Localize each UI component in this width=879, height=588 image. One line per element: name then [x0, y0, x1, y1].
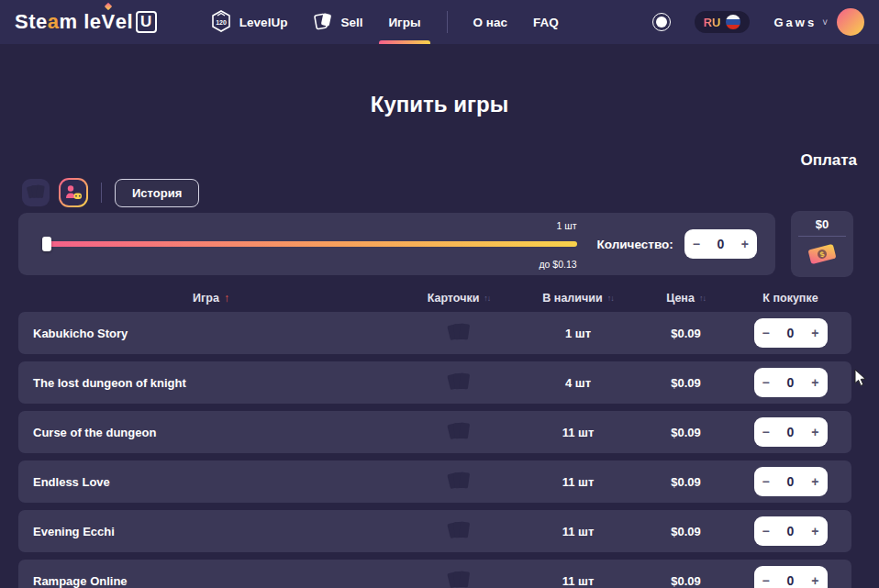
sell-cards-icon — [313, 10, 333, 35]
quantity-value: 0 — [717, 237, 724, 251]
decrease-button[interactable]: − — [762, 426, 770, 438]
table-row: Endless Love 11 шт $0.09 − 0 + — [18, 460, 851, 503]
increase-button[interactable]: + — [741, 238, 749, 250]
column-label: Цена — [666, 292, 695, 305]
column-header-available[interactable]: В наличии ↑↓ — [514, 292, 642, 305]
nav-item-games[interactable]: Игры — [388, 0, 420, 44]
nav-item-about[interactable]: О нас — [473, 0, 507, 44]
price: $0.09 — [642, 525, 729, 538]
levelup-badge-icon: 120 — [210, 9, 232, 36]
language-code: RU — [704, 16, 721, 29]
nav-item-levelup[interactable]: 120 LevelUp — [210, 0, 288, 44]
available-count: 4 шт — [514, 376, 642, 390]
cards-icon — [445, 421, 473, 443]
quantity-value: 0 — [787, 425, 795, 439]
avatar[interactable] — [837, 8, 864, 36]
svg-text:120: 120 — [216, 18, 227, 25]
row-quantity-stepper: − 0 + — [754, 368, 828, 397]
column-header-game[interactable]: Игра ↑ — [18, 292, 404, 305]
slider-max-price: до $0.13 — [539, 259, 576, 270]
available-count: 11 шт — [514, 574, 642, 588]
page-title: Купить игры — [0, 92, 879, 117]
column-header-cards[interactable]: Карточки ↑↓ — [404, 292, 514, 305]
increase-button[interactable]: + — [811, 525, 818, 538]
game-name: Kabukicho Story — [18, 327, 404, 340]
nav-item-sell[interactable]: Sell — [313, 0, 362, 44]
column-label: В наличии — [542, 292, 602, 305]
table-row: Evening Ecchi 11 шт $0.09 − 0 + — [18, 510, 851, 552]
sort-icon: ↑↓ — [484, 294, 490, 303]
quantity-label: Количество: — [597, 238, 673, 251]
view-tabs: История — [22, 178, 199, 207]
nav-label: О нас — [473, 16, 507, 29]
table-row: Rampage Online 11 шт $0.09 − 0 + — [18, 560, 851, 588]
increase-button[interactable]: + — [811, 376, 818, 389]
game-name: The lost dungeon of knight — [18, 376, 404, 390]
quantity-value: 0 — [787, 375, 795, 390]
increase-button[interactable]: + — [811, 475, 818, 488]
nav-label: LevelUp — [239, 16, 288, 29]
money-banknote-icon: $ — [806, 242, 839, 266]
game-name: Rampage Online — [18, 574, 404, 588]
quantity-value: 0 — [787, 573, 795, 588]
row-quantity-stepper: − 0 + — [754, 467, 828, 496]
increase-button[interactable]: + — [811, 426, 818, 438]
decrease-button[interactable]: − — [762, 574, 770, 587]
quantity-value: 0 — [787, 326, 795, 340]
column-label: Игра — [193, 292, 219, 305]
payment-total-card[interactable]: $0 $ — [791, 211, 853, 277]
divider — [798, 236, 846, 237]
person-gamepad-icon — [64, 184, 83, 201]
quantity-slider-panel: 1 шт до $0.13 Количество: − 0 + — [18, 213, 775, 275]
username: Gaws — [773, 16, 817, 29]
logo-u-badge: U — [136, 11, 157, 33]
column-header-price[interactable]: Цена ↑↓ — [642, 292, 729, 305]
decrease-button[interactable]: − — [762, 376, 770, 389]
user-menu[interactable]: Gaws ˅ — [773, 8, 864, 36]
price: $0.09 — [642, 574, 729, 588]
row-quantity-stepper: − 0 + — [754, 566, 828, 588]
buy-games-page: Steam leVelU 120 LevelUp — [0, 0, 879, 588]
slider-track[interactable] — [44, 241, 577, 247]
decrease-button[interactable]: − — [762, 525, 770, 538]
increase-button[interactable]: + — [811, 574, 818, 587]
row-quantity-stepper: − 0 + — [754, 417, 828, 447]
language-selector[interactable]: RU — [695, 11, 751, 33]
mouse-cursor — [854, 369, 867, 387]
nav-label: FAQ — [533, 16, 559, 29]
cards-icon — [445, 570, 473, 588]
quantity-value: 0 — [787, 474, 795, 489]
tab-games-view[interactable] — [59, 178, 88, 207]
decrease-button[interactable]: − — [693, 238, 700, 250]
sort-ascending-icon: ↑ — [224, 292, 229, 305]
payment-section-label: Оплата — [800, 151, 857, 170]
decrease-button[interactable]: − — [762, 475, 770, 488]
chevron-down-icon: ˅ — [822, 17, 828, 28]
main-nav: 120 LevelUp Sell Игры О нас — [210, 0, 559, 44]
row-quantity-stepper: − 0 + — [754, 516, 828, 546]
nav-item-faq[interactable]: FAQ — [533, 0, 559, 44]
site-header: Steam leVelU 120 LevelUp — [0, 0, 879, 44]
header-right: RU Gaws ˅ — [652, 8, 864, 36]
history-button[interactable]: История — [115, 179, 199, 207]
row-quantity-stepper: − 0 + — [754, 318, 828, 348]
tab-cards-view[interactable] — [22, 179, 50, 206]
column-label: Карточки — [428, 292, 480, 305]
decrease-button[interactable]: − — [762, 327, 770, 339]
nav-divider — [447, 11, 448, 33]
available-count: 11 шт — [514, 475, 642, 489]
nav-label: Sell — [340, 16, 362, 29]
site-logo[interactable]: Steam leVelU — [15, 10, 157, 34]
logo-v-diamond: V — [102, 10, 116, 34]
tabs-divider — [101, 183, 102, 203]
available-count: 11 шт — [514, 426, 642, 439]
slider-handle[interactable] — [42, 237, 51, 251]
available-count: 1 шт — [514, 327, 642, 340]
russia-flag-icon — [726, 15, 740, 29]
theme-toggle-icon[interactable] — [652, 13, 671, 31]
games-table-body: Kabukicho Story 1 шт $0.09 − 0 + — [18, 312, 851, 588]
increase-button[interactable]: + — [811, 327, 818, 339]
column-label: К покупке — [762, 292, 818, 305]
sort-icon: ↑↓ — [607, 294, 614, 303]
slider: 1 шт до $0.13 — [44, 237, 577, 251]
